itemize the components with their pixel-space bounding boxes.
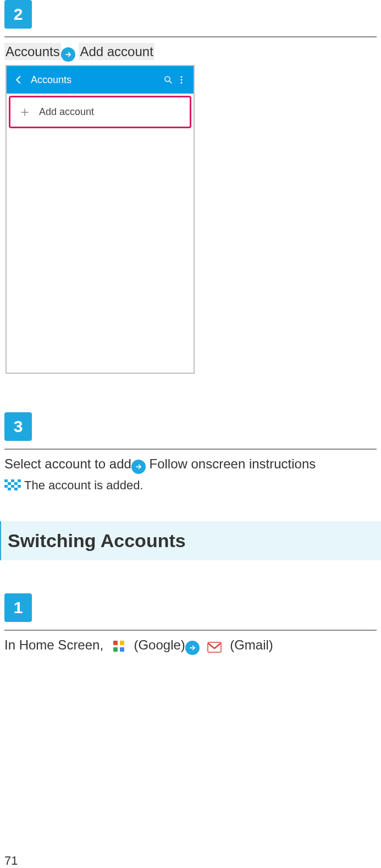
divider xyxy=(4,630,377,631)
gmail-icon xyxy=(205,638,224,657)
svg-rect-11 xyxy=(11,485,14,488)
phone-add-account-label: Add account xyxy=(39,106,94,118)
svg-rect-18 xyxy=(120,647,124,652)
result-row: The account is added. xyxy=(4,478,377,493)
step-3-text-2: Follow onscreen instructions xyxy=(150,456,316,471)
search-icon xyxy=(162,75,175,85)
svg-rect-15 xyxy=(113,641,118,645)
result-text: The account is added. xyxy=(24,478,143,493)
step-3-instruction: Select account to add Follow onscreen in… xyxy=(4,454,377,474)
svg-rect-13 xyxy=(8,488,11,490)
checkered-flag-icon xyxy=(4,479,21,492)
step-3-badge: 3 xyxy=(4,412,32,441)
step-2-badge: 2 xyxy=(4,0,32,29)
svg-rect-16 xyxy=(120,641,124,645)
page-number: 71 xyxy=(4,854,18,868)
more-vert-icon xyxy=(175,75,188,85)
svg-rect-12 xyxy=(18,485,21,488)
phone-body-blank xyxy=(7,130,194,373)
home-prefix: In Home Screen, xyxy=(4,637,107,652)
back-arrow-icon xyxy=(12,75,25,85)
svg-point-3 xyxy=(181,82,183,84)
svg-rect-5 xyxy=(4,479,8,482)
breadcrumb: Accounts Add account xyxy=(4,42,377,62)
svg-rect-10 xyxy=(4,485,8,488)
breadcrumb-item-add-account: Add account xyxy=(79,43,154,60)
google-apps-icon xyxy=(109,637,128,656)
svg-rect-6 xyxy=(11,479,14,482)
svg-rect-9 xyxy=(14,482,18,485)
step-3-text-1: Select account to add xyxy=(4,456,131,471)
breadcrumb-item-accounts: Accounts xyxy=(4,43,61,60)
step-3-number: 3 xyxy=(14,418,23,435)
svg-rect-17 xyxy=(113,647,118,652)
home-screen-instruction: In Home Screen, (Google) (Gmail) xyxy=(4,635,377,657)
phone-appbar: Accounts xyxy=(7,66,194,94)
step-1-number: 1 xyxy=(14,599,23,616)
gmail-label: (Gmail) xyxy=(230,637,273,652)
svg-point-0 xyxy=(165,77,170,81)
arrow-right-icon xyxy=(185,641,200,655)
svg-point-1 xyxy=(181,76,183,78)
phone-screenshot: Accounts Add account xyxy=(5,65,195,374)
phone-appbar-title: Accounts xyxy=(25,74,162,86)
phone-add-account-row: Add account xyxy=(9,96,191,128)
step-1-badge: 1 xyxy=(4,593,32,622)
arrow-right-icon xyxy=(131,460,146,474)
svg-rect-8 xyxy=(8,482,11,485)
google-label: (Google) xyxy=(134,637,185,652)
divider xyxy=(4,449,377,450)
divider xyxy=(4,36,377,37)
svg-rect-14 xyxy=(14,488,18,490)
section-title: Switching Accounts xyxy=(8,530,186,551)
step-2-number: 2 xyxy=(14,6,23,23)
section-heading-switching-accounts: Switching Accounts xyxy=(0,521,381,560)
plus-icon xyxy=(18,107,31,117)
svg-rect-7 xyxy=(18,479,21,482)
svg-point-2 xyxy=(181,79,183,81)
arrow-right-icon xyxy=(61,47,75,62)
